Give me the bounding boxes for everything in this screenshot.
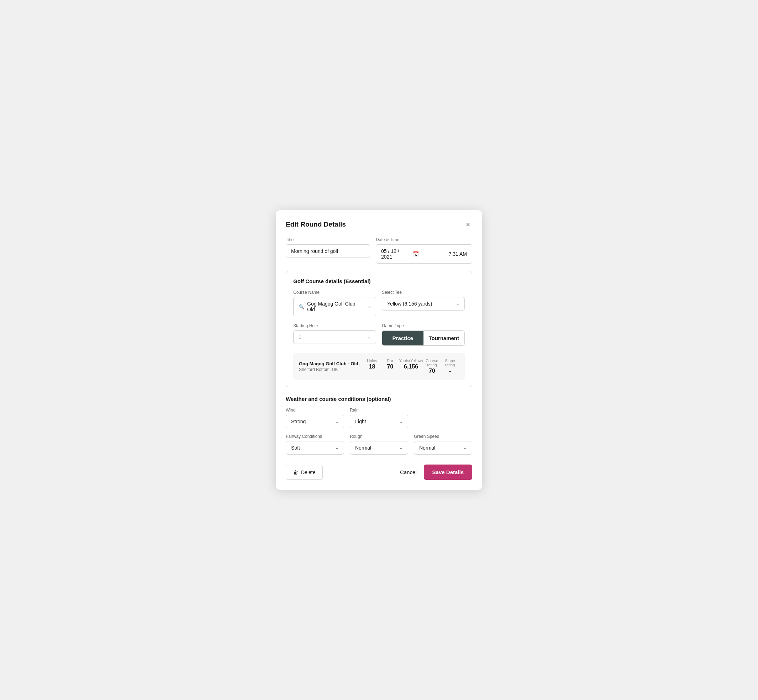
yards-value: 6,156 — [404, 364, 418, 370]
slope-rating-label: Slope rating — [441, 359, 459, 367]
course-info-name: Gog Magog Golf Club - Old, Shelford Bott… — [299, 361, 363, 372]
course-search-input[interactable]: 🔍 Gog Magog Golf Club - Old × — [293, 297, 376, 316]
slope-rating-value: - — [449, 368, 451, 374]
select-tee-group: Select Tee Yellow (6,156 yards) ⌄ — [382, 290, 465, 316]
wind-value: Strong — [291, 419, 306, 424]
modal-header: Edit Round Details × — [286, 220, 472, 229]
fairway-rough-green-row: Fairway Conditions Soft ⌄ Rough Normal ⌄… — [286, 434, 472, 455]
weather-section-title: Weather and course conditions (optional) — [286, 396, 472, 402]
par-value: 70 — [387, 364, 393, 370]
date-input[interactable]: 05 / 12 / 2021 📅 — [376, 244, 424, 264]
delete-button[interactable]: 🗑 Delete — [286, 465, 323, 480]
game-type-group: Game Type Practice Tournament — [382, 323, 465, 346]
par-stat: Par 70 — [381, 359, 399, 374]
starting-hole-label: Starting Hole — [293, 323, 376, 328]
rain-label: Rain — [350, 408, 408, 412]
title-input[interactable] — [286, 244, 370, 258]
clear-course-icon[interactable]: × — [368, 304, 371, 309]
par-label: Par — [381, 359, 399, 363]
trash-icon: 🗑 — [293, 470, 298, 475]
wind-dropdown[interactable]: Strong ⌄ — [286, 415, 344, 428]
course-full-name: Gog Magog Golf Club - Old, — [299, 361, 363, 366]
game-type-toggle: Practice Tournament — [382, 330, 465, 346]
title-date-row: Title Date & Time 05 / 12 / 2021 📅 7:31 … — [286, 237, 472, 264]
rough-group: Rough Normal ⌄ — [350, 434, 408, 455]
weather-section: Weather and course conditions (optional)… — [286, 396, 472, 455]
wind-label: Wind — [286, 408, 344, 412]
fairway-dropdown[interactable]: Soft ⌄ — [286, 441, 344, 455]
select-tee-value: Yellow (6,156 yards) — [387, 301, 432, 306]
wind-rain-row: Wind Strong ⌄ Rain Light ⌄ — [286, 408, 472, 428]
date-value: 05 / 12 / 2021 — [381, 248, 409, 259]
green-speed-group: Green Speed Normal ⌄ — [414, 434, 472, 455]
hole-gametype-row: Starting Hole 1 ⌄ Game Type Practice Tou… — [293, 323, 465, 346]
close-button[interactable]: × — [464, 220, 472, 229]
footer-row: 🗑 Delete Cancel Save Details — [286, 464, 472, 480]
chevron-down-icon: ⌄ — [367, 335, 371, 340]
practice-button[interactable]: Practice — [382, 331, 423, 345]
course-tee-row: Course Name 🔍 Gog Magog Golf Club - Old … — [293, 290, 465, 316]
fairway-label: Fairway Conditions — [286, 434, 344, 439]
edit-round-modal: Edit Round Details × Title Date & Time 0… — [276, 210, 482, 490]
course-rating-stat: Course rating 70 — [423, 359, 441, 374]
course-info-box: Gog Magog Golf Club - Old, Shelford Bott… — [293, 353, 465, 380]
fairway-group: Fairway Conditions Soft ⌄ — [286, 434, 344, 455]
select-tee-dropdown[interactable]: Yellow (6,156 yards) ⌄ — [382, 297, 465, 311]
chevron-down-icon: ⌄ — [335, 445, 339, 450]
datetime-label: Date & Time — [376, 237, 472, 242]
search-icon: 🔍 — [299, 304, 304, 309]
datetime-group: Date & Time 05 / 12 / 2021 📅 7:31 AM — [376, 237, 472, 264]
game-type-label: Game Type — [382, 323, 465, 328]
tournament-button[interactable]: Tournament — [423, 331, 465, 345]
cancel-button[interactable]: Cancel — [400, 469, 417, 475]
holes-value: 18 — [369, 364, 376, 370]
course-section-title: Golf Course details (Essential) — [293, 278, 465, 284]
starting-hole-value: 1 — [299, 334, 301, 340]
fairway-value: Soft — [291, 445, 300, 451]
rough-dropdown[interactable]: Normal ⌄ — [350, 441, 408, 455]
holes-label: Holes — [363, 359, 381, 363]
time-value: 7:31 AM — [449, 251, 467, 257]
rain-dropdown[interactable]: Light ⌄ — [350, 415, 408, 428]
starting-hole-dropdown[interactable]: 1 ⌄ — [293, 330, 376, 344]
course-location: Shelford Bottom, UK — [299, 367, 363, 372]
footer-right: Cancel Save Details — [400, 464, 472, 480]
chevron-down-icon: ⌄ — [399, 445, 403, 450]
rain-group: Rain Light ⌄ — [350, 408, 408, 428]
chevron-down-icon: ⌄ — [464, 445, 467, 450]
chevron-down-icon: ⌄ — [399, 419, 403, 424]
delete-label: Delete — [301, 470, 315, 475]
chevron-down-icon: ⌄ — [335, 419, 339, 424]
title-group: Title — [286, 237, 370, 264]
green-speed-label: Green Speed — [414, 434, 472, 439]
select-tee-label: Select Tee — [382, 290, 465, 295]
golf-course-section: Golf Course details (Essential) Course N… — [286, 271, 472, 388]
time-input[interactable]: 7:31 AM — [424, 244, 472, 264]
rough-value: Normal — [355, 445, 371, 451]
calendar-icon: 📅 — [413, 251, 419, 257]
yards-stat: Yards(Yellow) 6,156 — [399, 359, 423, 374]
course-rating-label: Course rating — [423, 359, 441, 367]
course-name-value: Gog Magog Golf Club - Old — [307, 301, 365, 312]
course-name-label: Course Name — [293, 290, 376, 295]
chevron-down-icon: ⌄ — [456, 301, 459, 306]
rough-label: Rough — [350, 434, 408, 439]
green-speed-dropdown[interactable]: Normal ⌄ — [414, 441, 472, 455]
course-stats: Holes 18 Par 70 Yards(Yellow) 6,156 Cour… — [363, 359, 459, 374]
yards-label: Yards(Yellow) — [399, 359, 423, 363]
modal-title: Edit Round Details — [286, 220, 346, 228]
rain-value: Light — [355, 419, 366, 424]
slope-rating-stat: Slope rating - — [441, 359, 459, 374]
starting-hole-group: Starting Hole 1 ⌄ — [293, 323, 376, 346]
course-name-group: Course Name 🔍 Gog Magog Golf Club - Old … — [293, 290, 376, 316]
save-button[interactable]: Save Details — [424, 464, 472, 480]
green-speed-value: Normal — [419, 445, 435, 451]
holes-stat: Holes 18 — [363, 359, 381, 374]
course-rating-value: 70 — [429, 368, 435, 374]
title-label: Title — [286, 237, 370, 242]
wind-group: Wind Strong ⌄ — [286, 408, 344, 428]
